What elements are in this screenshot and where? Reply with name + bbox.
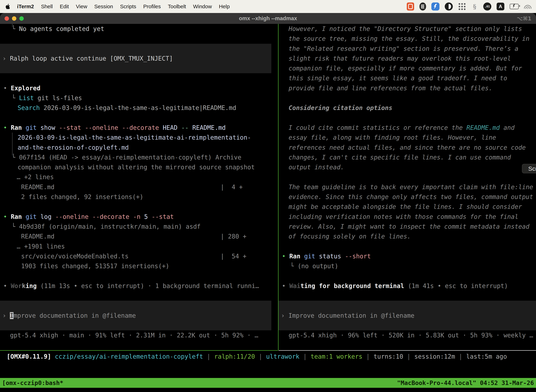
prompt-box[interactable]: › Improve documentation in @filename: [278, 301, 536, 330]
pane-border-bottom-active: [0, 350, 278, 351]
text-token: … +1901 lines: [17, 243, 65, 250]
menu-edit[interactable]: Edit: [60, 4, 69, 9]
text-token: this single essay, it seems like a good …: [289, 75, 507, 82]
a-app-icon[interactable]: A: [497, 3, 504, 10]
text-token: ›: [2, 55, 10, 62]
text-token: |: [362, 353, 373, 360]
text-token: I could cite commit statistics or refere…: [289, 124, 466, 131]
text-token: ralph:11/20: [214, 353, 255, 360]
wifi-icon[interactable]: [524, 4, 531, 9]
text-token: essay file, along with finding root file…: [289, 134, 496, 141]
text-token: git: [25, 213, 40, 220]
text-token: gpt-5.4 xhigh · main · 91% left · 2.31M …: [10, 332, 258, 339]
moon-app-icon[interactable]: [445, 2, 453, 10]
text-token: slight risk that future readers may over…: [289, 55, 511, 62]
left-terminal-pane[interactable]: └ No agents completed yet› Ralph loop ac…: [0, 24, 278, 350]
omx-status-text: [OMX#0.11.9] cczip/essay/ai-reimplementa…: [3, 352, 507, 361]
grid-menu-icon[interactable]: [458, 3, 466, 10]
text-token: └: [12, 25, 19, 32]
text-token: team:1 workers: [311, 353, 362, 360]
apple-menu-icon[interactable]: [5, 4, 10, 9]
text-token: --stat: [152, 213, 174, 220]
text-token: git: [25, 124, 40, 131]
shield-app-icon[interactable]: [419, 2, 426, 10]
chat-app-icon[interactable]: [407, 2, 414, 10]
text-token: --short: [345, 253, 371, 260]
text-token: 2 files changed, 92 insertions(+): [21, 193, 143, 201]
text-token: README.md: [21, 182, 220, 192]
text-token: •: [282, 282, 289, 289]
text-token: the "Related research writing" section i…: [289, 45, 518, 52]
figure-app-icon[interactable]: §: [471, 2, 478, 10]
screen-tooltip-label: Scre: [528, 165, 536, 172]
text-token: mprove documentation in @filename: [14, 312, 136, 319]
text-token: README.md: [192, 124, 226, 131]
reasoning-line: this single essay, it seems like a good …: [278, 73, 536, 83]
menu-shell[interactable]: Shell: [41, 4, 53, 9]
text-token: Ran: [11, 124, 25, 131]
window-titlebar[interactable]: omx --xhigh --madmax ⌥⌘1: [0, 13, 536, 24]
reasoning-line: of focusing solely on file lines.: [278, 232, 536, 241]
text-token: turns:10: [373, 353, 403, 360]
blank-line: [278, 291, 536, 301]
text-token: companion analysis without altering the …: [18, 164, 255, 171]
text-token: --: [181, 124, 192, 131]
text-token: git: [304, 253, 319, 260]
text-token: Explored: [11, 85, 40, 92]
text-token: changes, I can't cite specific file line…: [289, 154, 511, 161]
menu-toolbelt[interactable]: Toolbelt: [168, 4, 186, 9]
text-token: --oneline --decorate: [55, 213, 133, 220]
menu-window[interactable]: Window: [193, 4, 212, 9]
text-token: └ (no output): [290, 263, 338, 270]
inject-banner[interactable]: › Ralph loop active continue [OMX_TMUX_I…: [0, 44, 271, 73]
text-token: |: [403, 353, 414, 360]
text-token: 2026-03-09-is-legal-the-same-as-legitima…: [40, 104, 236, 111]
tree-connector: [12, 24, 13, 27]
text-token: companion file, especially if more comme…: [289, 65, 522, 72]
reasoning-line: I could cite commit statistics or refere…: [278, 123, 536, 133]
blank-line: [278, 113, 536, 123]
text-token: and-the-erosion-of-copyleft.md: [18, 144, 129, 151]
text-token: --stat --oneline --decorate: [59, 124, 163, 131]
text-token: ting for background terminal: [300, 282, 404, 289]
blank-line: [278, 172, 536, 182]
right-terminal-pane[interactable]: However, I noticed the "Directory Struct…: [278, 24, 536, 350]
blank-line: [0, 271, 278, 281]
prompt-box[interactable]: › Improve documentation in @filename: [0, 301, 271, 330]
diffstat-summary: 2 files changed, 92 insertions(+): [0, 192, 278, 202]
command-continuation: and-the-erosion-of-copyleft.md: [0, 143, 278, 152]
text-token: HEAD: [163, 124, 181, 131]
menu-view[interactable]: View: [76, 4, 87, 9]
command-line: • Ran git show --stat --oneline --decora…: [0, 123, 278, 133]
menu-session[interactable]: Session: [94, 4, 113, 9]
explored-list-line: └ List git ls-files: [0, 93, 278, 103]
text-token: status: [319, 253, 345, 260]
blank-line: [278, 271, 536, 281]
text-token: Wor: [11, 282, 22, 289]
text-token: •: [3, 85, 11, 92]
text-token: ›: [281, 312, 288, 319]
text-cursor: I: [10, 312, 14, 319]
command-output: … +1901 lines: [0, 242, 278, 251]
timer-badge-icon[interactable]: ..61: [483, 2, 491, 10]
battery-icon[interactable]: [510, 4, 519, 9]
menu-profiles[interactable]: Profiles: [143, 4, 161, 9]
menu-help[interactable]: Help: [219, 4, 230, 9]
tmux-host-clock: "MacBook-Pro-44.local" 04:52 31-Mar-26: [397, 379, 534, 386]
menu-iterm2[interactable]: iTerm2: [17, 4, 34, 9]
reasoning-line: companion file, especially if more comme…: [278, 63, 536, 73]
text-token: Improve documentation in @filename: [288, 312, 414, 319]
text-token: review. Also, I might want to inspect th…: [289, 223, 530, 230]
text-token: List: [19, 94, 34, 102]
bolt-app-icon[interactable]: [431, 2, 440, 10]
text-token: └ 4b9d30f (origin/main, instructkr/main,…: [12, 223, 201, 230]
reasoning-line: changes, I can't cite specific file line…: [278, 152, 536, 162]
prompt-box-text: › Improve documentation in @filename: [278, 311, 415, 321]
menu-scripts[interactable]: Scripts: [120, 4, 136, 9]
text-token: output instead.: [289, 164, 344, 171]
menubar-status-icons: §..61A: [407, 2, 536, 10]
text-token: last:5m ago: [466, 353, 507, 360]
blank-line: [0, 202, 278, 212]
pane-divider-vertical[interactable]: [278, 24, 278, 350]
text-token: Search: [18, 104, 40, 111]
